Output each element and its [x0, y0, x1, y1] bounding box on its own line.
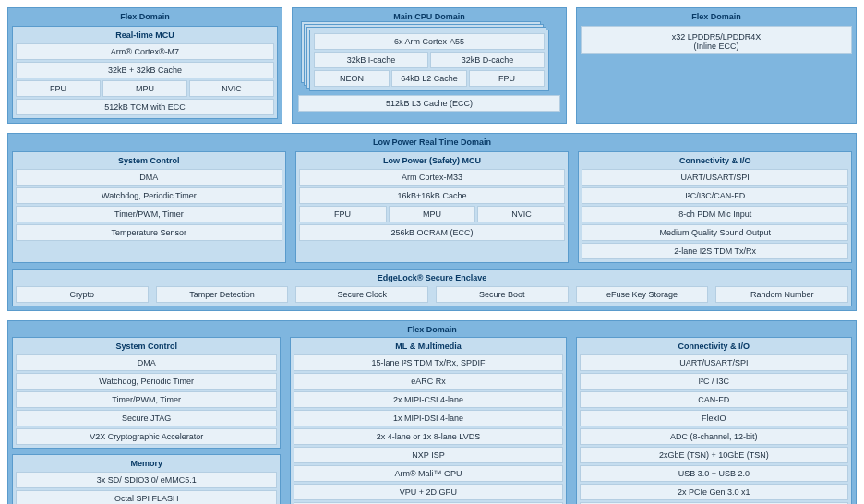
connectivity-io-box: Connectivity & I/O UART/USART/SPI I²C/I3…	[578, 151, 852, 263]
tcm: 512kB TCM with ECC	[16, 99, 274, 115]
list-item: Random Number	[715, 286, 848, 303]
box-title: Memory	[16, 457, 277, 470]
list-item: 2x MIPI-CSI 4-lane	[294, 391, 562, 408]
box-title: System Control	[16, 154, 282, 167]
domain-title: Flex Domain	[581, 10, 852, 24]
list-item: I²C / I3C	[580, 373, 848, 390]
list-item: 8-ch PDM Mic Input	[582, 206, 848, 222]
list-item: Watchdog, Periodic Timer	[16, 373, 277, 390]
list-item: Temperature Sensor	[16, 224, 282, 241]
cpu-core-stack: 6x Arm Cortex-A55 32kB I-cache 32kB D-ca…	[309, 30, 549, 91]
list-item: 2x 4-lane or 1x 8-lane LVDS	[294, 428, 562, 445]
mpu: MPU	[102, 80, 187, 97]
cache: 16kB+16kB Cache	[299, 187, 566, 204]
domain-title: Low Power Real Time Domain	[12, 136, 852, 150]
l3-cache: 512kB L3 Cache (ECC)	[298, 95, 560, 112]
main-cpu-domain: Main CPU Domain 6x Arm Cortex-A55 32kB I…	[292, 7, 567, 124]
fpu: FPU	[16, 80, 101, 97]
lpddr-ecc: (Inline ECC)	[585, 42, 847, 51]
box-title: Low Power (Safety) MCU	[299, 154, 566, 167]
list-item: Timer/PWM, Timer	[16, 206, 282, 222]
lpddr-box: x32 LPDDR5/LPDDR4X (Inline ECC)	[581, 26, 852, 54]
domain-title: Flex Domain	[12, 323, 852, 337]
memory-box: Memory 3x SD/ SDIO3.0/ eMMC5.1 Octal SPI…	[12, 454, 281, 504]
list-item: Timer/PWM, Timer	[16, 391, 277, 408]
cpu-core: 6x Arm Cortex-A55	[314, 33, 545, 50]
list-item: FlexIO	[580, 410, 848, 426]
fpu: FPU	[299, 206, 387, 222]
connectivity-io-box: Connectivity & I/O UART/USART/SPI I²C / …	[576, 337, 852, 504]
list-item: V2X Cryptographic Accelerator	[16, 428, 277, 445]
fpu: FPU	[469, 70, 545, 87]
system-control-box: System Control DMA Watchdog, Periodic Ti…	[12, 151, 286, 263]
realtime-mcu-box: Real-time MCU Arm® Cortex®-M7 32kB + 32k…	[12, 26, 278, 119]
cpu-core: Arm® Cortex®-M7	[16, 43, 274, 60]
list-item: Secure JTAG	[16, 410, 277, 426]
list-item: Octal SPI FLASH	[16, 490, 277, 504]
top-row: Flex Domain Real-time MCU Arm® Cortex®-M…	[7, 7, 857, 124]
list-item: DMA	[16, 354, 277, 371]
list-item: ADC (8-channel, 12-bit)	[580, 428, 848, 445]
list-item: Crypto	[16, 286, 149, 303]
list-item: Tamper Detection	[156, 286, 289, 303]
list-item: Secure Clock	[295, 286, 428, 303]
box-title: Connectivity & I/O	[582, 154, 848, 167]
flex-domain-rt-mcu: Flex Domain Real-time MCU Arm® Cortex®-M…	[7, 7, 282, 124]
list-item: NXP ISP	[294, 447, 562, 463]
list-item: 15-lane I²S TDM Tx/Rx, SPDIF	[294, 354, 562, 371]
list-item: CAN-FD	[580, 391, 848, 408]
list-item: UART/USART/SPI	[580, 354, 848, 371]
cpu-core: Arm Cortex-M33	[299, 169, 566, 186]
list-item: VPU + 2D GPU	[294, 484, 562, 500]
low-power-rt-domain: Low Power Real Time Domain System Contro…	[7, 133, 857, 311]
ocram: 256kB OCRAM (ECC)	[299, 224, 566, 241]
system-control-box: System Control DMA Watchdog, Periodic Ti…	[12, 337, 281, 449]
neon: NEON	[314, 70, 390, 87]
box-title: System Control	[16, 340, 277, 353]
list-item: 1x MIPI-DSI 4-lane	[294, 410, 562, 426]
dcache: 32kB D-cache	[430, 52, 545, 68]
flex-bottom-col1: System Control DMA Watchdog, Periodic Ti…	[12, 337, 281, 504]
nvic: NVIC	[477, 206, 565, 222]
list-item: Watchdog, Periodic Timer	[16, 187, 282, 204]
list-item: UART/USART/SPI	[582, 169, 848, 186]
list-item: eFuse Key Storage	[576, 286, 709, 303]
list-item: USB 3.0 + USB 2.0	[580, 465, 848, 482]
domain-title: Flex Domain	[12, 10, 278, 24]
list-item: Medium Quality Sound Output	[582, 224, 848, 241]
icache: 32kB I-cache	[314, 52, 428, 68]
mpu: MPU	[389, 206, 476, 222]
flex-domain-bottom: Flex Domain System Control DMA Watchdog,…	[7, 320, 857, 504]
box-title: Connectivity & I/O	[580, 340, 848, 353]
list-item: DMA	[16, 169, 282, 186]
flex-domain-lpddr: Flex Domain x32 LPDDR5/LPDDR4X (Inline E…	[576, 7, 857, 124]
list-item: 3x SD/ SDIO3.0/ eMMC5.1	[16, 472, 277, 488]
list-item: I²C/I3C/CAN-FD	[582, 187, 848, 204]
list-item: eARC Rx	[294, 373, 562, 390]
box-title: EdgeLock® Secure Enclave	[16, 271, 848, 284]
edgelock-box: EdgeLock® Secure Enclave Crypto Tamper D…	[12, 269, 852, 306]
list-item: Arm® Mali™ GPU	[294, 465, 562, 482]
list-item: Secure Boot	[436, 286, 569, 303]
box-title: Real-time MCU	[16, 29, 274, 42]
list-item: 2x PCIe Gen 3.0 x1	[580, 484, 848, 500]
nvic: NVIC	[189, 80, 274, 97]
l2-cache: 64kB L2 Cache	[391, 70, 467, 87]
low-power-safety-mcu-box: Low Power (Safety) MCU Arm Cortex-M33 16…	[295, 151, 570, 263]
list-item: 2-lane I2S TDM Tx/Rx	[582, 243, 848, 259]
lpddr-spec: x32 LPDDR5/LPDDR4X	[585, 32, 847, 42]
cache: 32kB + 32kB Cache	[16, 62, 274, 78]
list-item: 2xGbE (TSN) + 10GbE (TSN)	[580, 447, 848, 463]
box-title: ML & Multimedia	[294, 340, 562, 353]
ml-multimedia-box: ML & Multimedia 15-lane I²S TDM Tx/Rx, S…	[290, 337, 566, 504]
